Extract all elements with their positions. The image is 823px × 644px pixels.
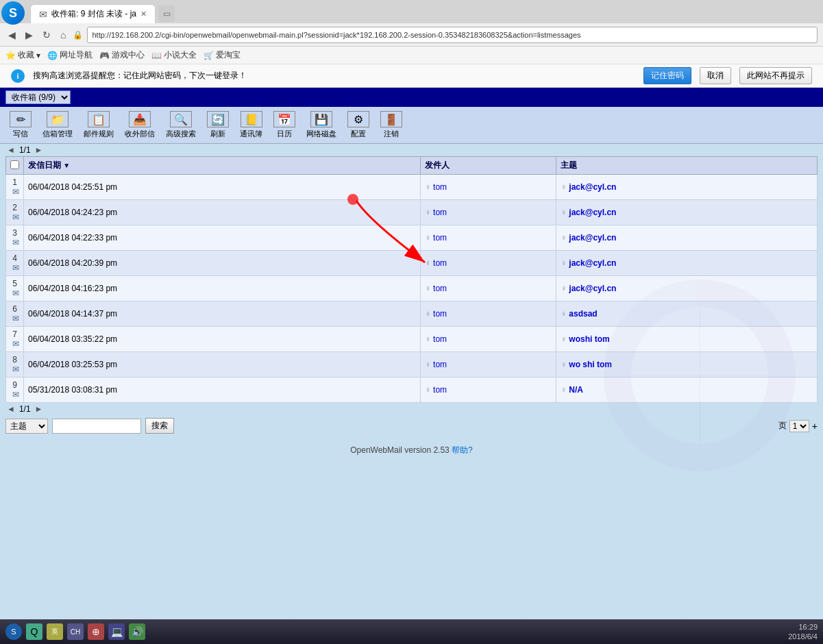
col-date[interactable]: 发信日期 ▼	[24, 157, 421, 175]
calendar-icon: 📅	[273, 111, 295, 127]
cancel-button[interactable]: 取消	[700, 67, 731, 84]
sender-link[interactable]: tom	[433, 284, 447, 293]
row-subject[interactable]: ♀wo shi tom	[556, 352, 818, 377]
home-button[interactable]: ⌂	[58, 28, 69, 42]
page-prev-button[interactable]: ◄	[5, 145, 16, 155]
network-disk-button[interactable]: 💾 网络磁盘	[302, 110, 341, 140]
sender-link[interactable]: tom	[433, 233, 447, 243]
row-date[interactable]: 06/04/2018 04:16:23 pm	[24, 276, 421, 301]
row-sender[interactable]: ♀tom	[421, 377, 556, 403]
back-button[interactable]: ◀	[5, 28, 19, 42]
subject-link[interactable]: jack@cyl.cn	[569, 258, 616, 268]
remember-password-button[interactable]: 记住密码	[643, 67, 691, 84]
row-subject[interactable]: ♀jack@cyl.cn	[556, 175, 818, 200]
row-date[interactable]: 06/04/2018 04:20:39 pm	[24, 251, 421, 276]
row-subject[interactable]: ♀jack@cyl.cn	[556, 276, 818, 301]
select-all-checkbox[interactable]	[10, 160, 19, 169]
row-sender[interactable]: ♀tom	[421, 175, 556, 200]
taskbar-icon-3[interactable]: 英	[47, 623, 63, 640]
forward-button[interactable]: ▶	[23, 28, 36, 42]
subject-link[interactable]: jack@cyl.cn	[569, 208, 616, 217]
row-sender[interactable]: ♀tom	[421, 225, 556, 251]
search-button[interactable]: 搜索	[145, 418, 174, 434]
row-subject[interactable]: ♀N/A	[556, 377, 818, 403]
sender-link[interactable]: tom	[433, 360, 447, 369]
col-subject[interactable]: 主题	[556, 157, 818, 175]
taskbar-icon-5[interactable]: ⊕	[88, 623, 104, 640]
sender-link[interactable]: tom	[433, 385, 447, 395]
search-bar: 主题发件人内容 搜索 页 1 +	[0, 415, 823, 436]
row-date[interactable]: 06/04/2018 03:35:22 pm	[24, 327, 421, 352]
sender-link[interactable]: tom	[433, 208, 447, 217]
calendar-button[interactable]: 📅 日历	[269, 110, 299, 140]
taskbar-icon-4[interactable]: CH	[67, 623, 84, 640]
sender-link[interactable]: tom	[433, 182, 447, 192]
taskbar-icon-6[interactable]: 💻	[108, 623, 125, 640]
advanced-search-button[interactable]: 🔍 高级搜索	[162, 110, 200, 140]
row-subject[interactable]: ♀jack@cyl.cn	[556, 200, 818, 225]
bookmark-nav[interactable]: 🌐 网址导航	[47, 49, 93, 61]
row-date[interactable]: 06/04/2018 03:25:53 pm	[24, 352, 421, 377]
row-subject[interactable]: ♀woshi tom	[556, 327, 818, 352]
refresh-mail-button[interactable]: 🔄 刷新	[203, 110, 233, 140]
address-bar[interactable]	[87, 27, 818, 43]
page-next-button[interactable]: ►	[34, 145, 45, 155]
browser-logo: S	[1, 1, 25, 25]
row-date[interactable]: 06/04/2018 04:25:51 pm	[24, 175, 421, 200]
subject-link[interactable]: jack@cyl.cn	[569, 182, 616, 192]
help-link[interactable]: 帮助?	[452, 445, 473, 455]
bottom-page-prev-button[interactable]: ◄	[5, 404, 16, 414]
row-subject[interactable]: ♀jack@cyl.cn	[556, 251, 818, 276]
bookmark-games[interactable]: 🎮 游戏中心	[99, 49, 145, 61]
bookmark-novels[interactable]: 📖 小说大全	[151, 49, 197, 61]
taskbar-icon-2[interactable]: Q	[26, 623, 42, 640]
row-sender[interactable]: ♀tom	[421, 327, 556, 352]
subject-link[interactable]: N/A	[569, 385, 583, 395]
folder-select[interactable]: 收件箱 (9/9)草稿箱已发送垃圾箱	[5, 90, 71, 104]
page-number-select[interactable]: 1	[789, 420, 809, 432]
row-date[interactable]: 05/31/2018 03:08:31 pm	[24, 377, 421, 403]
mailbox-manage-button[interactable]: 📁 信箱管理	[38, 110, 77, 140]
taskbar-icon-7[interactable]: 🔊	[129, 623, 145, 640]
col-sender[interactable]: 发件人	[421, 157, 556, 175]
compose-button[interactable]: ✏ 写信	[5, 110, 36, 140]
row-sender[interactable]: ♀tom	[421, 276, 556, 301]
search-input[interactable]	[52, 419, 141, 434]
subject-link[interactable]: asdsad	[569, 309, 597, 319]
bookmark-favorites[interactable]: ⭐ 收藏 ▾	[5, 49, 40, 61]
mail-envelope-icon: ✉	[12, 314, 19, 323]
row-subject[interactable]: ♀asdsad	[556, 301, 818, 327]
subject-link[interactable]: jack@cyl.cn	[569, 284, 616, 293]
fetch-external-button[interactable]: 📥 收外部信	[121, 110, 159, 140]
bottom-page-next-button[interactable]: ►	[34, 404, 45, 414]
logout-button[interactable]: 🚪 注销	[376, 110, 406, 140]
no-remind-button[interactable]: 此网站不再提示	[739, 67, 812, 84]
row-date[interactable]: 06/04/2018 04:22:33 pm	[24, 225, 421, 251]
row-sender[interactable]: ♀tom	[421, 200, 556, 225]
row-sender[interactable]: ♀tom	[421, 301, 556, 327]
row-subject[interactable]: ♀jack@cyl.cn	[556, 225, 818, 251]
taskbar-icon-1[interactable]: S	[5, 623, 22, 640]
tab-close-button[interactable]: ✕	[140, 10, 147, 18]
address-book-button[interactable]: 📒 通讯簿	[236, 110, 267, 140]
row-sender[interactable]: ♀tom	[421, 251, 556, 276]
rules-icon: 📋	[88, 111, 110, 127]
row-sender[interactable]: ♀tom	[421, 352, 556, 377]
subject-link[interactable]: woshi tom	[569, 334, 609, 344]
subject-link[interactable]: jack@cyl.cn	[569, 233, 616, 243]
row-date[interactable]: 06/04/2018 04:24:23 pm	[24, 200, 421, 225]
row-date[interactable]: 06/04/2018 04:14:37 pm	[24, 301, 421, 327]
mail-rules-button[interactable]: 📋 邮件规则	[79, 110, 118, 140]
new-tab-button[interactable]: ▭	[158, 5, 175, 22]
subject-link[interactable]: wo shi tom	[569, 360, 612, 369]
active-tab[interactable]: ✉ 收件箱: 9 封信 未读 - ja ✕	[30, 4, 156, 23]
bookmark-taobao[interactable]: 🛒 爱淘宝	[204, 49, 241, 61]
sender-link[interactable]: tom	[433, 334, 447, 344]
sender-link[interactable]: tom	[433, 309, 447, 319]
search-field-select[interactable]: 主题发件人内容	[5, 419, 48, 434]
add-page-button[interactable]: +	[812, 421, 818, 432]
col-checkbox[interactable]	[6, 157, 24, 175]
settings-button[interactable]: ⚙ 配置	[343, 110, 373, 140]
sender-link[interactable]: tom	[433, 258, 447, 268]
refresh-button[interactable]: ↻	[40, 28, 53, 42]
